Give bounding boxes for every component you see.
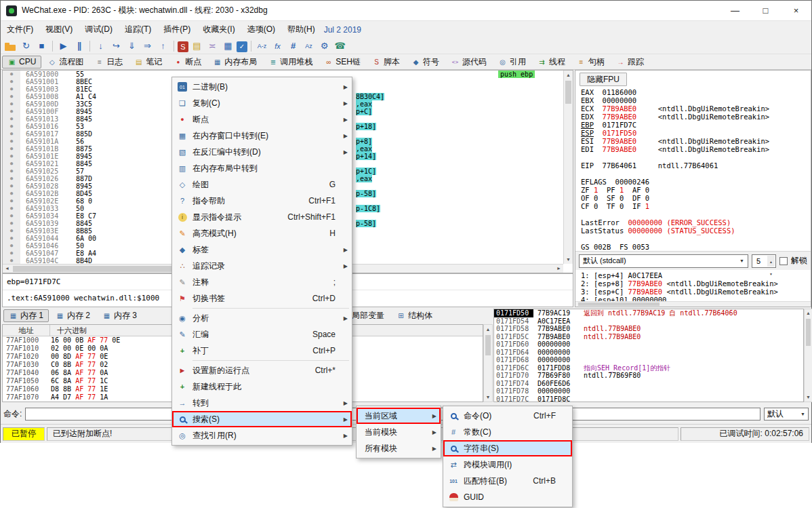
stop-icon[interactable]: ■ bbox=[35, 39, 49, 53]
breakpoint-gutter[interactable]: ● bbox=[3, 175, 20, 182]
breakpoint-gutter[interactable]: ● bbox=[3, 160, 20, 168]
scroll-up-arrow[interactable]: ▲ bbox=[564, 71, 573, 79]
scroll-down-arrow[interactable]: ▼ bbox=[564, 255, 573, 264]
breakpoint-gutter[interactable]: ● bbox=[3, 197, 20, 205]
breakpoint-gutter[interactable]: ● bbox=[3, 78, 20, 85]
stack-row[interactable]: 0171FD60 00000000 bbox=[494, 340, 803, 349]
tab-SEH链[interactable]: ∞SEH链 bbox=[319, 56, 366, 69]
maximize-button[interactable]: □ bbox=[750, 1, 781, 21]
scroll-up-arrow[interactable]: ▲ bbox=[805, 309, 812, 317]
menu-item-二进制B[interactable]: 01二进制(B)▶ bbox=[172, 79, 352, 95]
menu-item-指令帮助[interactable]: ?指令帮助Ctrl+F1 bbox=[172, 193, 352, 209]
minimize-button[interactable]: — bbox=[720, 1, 750, 21]
menubar-item-5[interactable]: 插件(P) bbox=[157, 21, 197, 38]
stack-row[interactable]: 0171FD68 00000000 bbox=[494, 356, 803, 364]
breakpoint-gutter[interactable]: ● bbox=[3, 85, 20, 93]
scroll-down-arrow[interactable]: ▼ bbox=[805, 393, 812, 402]
restart-icon[interactable]: ↻ bbox=[19, 39, 33, 53]
tab-内存 1[interactable]: ▦内存 1 bbox=[3, 309, 49, 322]
menu-item-绘图[interactable]: ◇绘图G bbox=[172, 176, 352, 193]
menubar-item-8[interactable]: 帮助(H) bbox=[281, 21, 321, 38]
stack-vertical-scrollbar[interactable]: ▲ ▼ bbox=[804, 309, 812, 402]
stack-row[interactable]: 0171FD70 77B69F80 ntdll.77B69F80 bbox=[494, 372, 803, 380]
breakpoint-gutter[interactable]: ● bbox=[3, 100, 20, 108]
menu-item-切换书签[interactable]: ⚑切换书签Ctrl+D bbox=[172, 290, 352, 307]
breakpoint-gutter[interactable]: ● bbox=[3, 182, 20, 190]
menubar-item-6[interactable]: 收藏夹(I) bbox=[197, 21, 241, 38]
tab-线程[interactable]: ⇉线程 bbox=[532, 56, 571, 69]
menu-item-高亮模式H[interactable]: ✎高亮模式(H)H bbox=[172, 225, 352, 241]
menu-item-补丁[interactable]: +补丁Ctrl+P bbox=[172, 343, 352, 359]
notes-icon[interactable]: ▤ bbox=[190, 39, 204, 53]
tab-内存 2[interactable]: ▦内存 2 bbox=[50, 309, 96, 322]
tab-内存布局[interactable]: ▦内存布局 bbox=[207, 56, 262, 69]
step-over-icon[interactable]: ↪ bbox=[109, 39, 123, 53]
stack-row[interactable]: 0171FD74 D60FE6D6 bbox=[494, 380, 803, 388]
scroll-down-arrow[interactable]: ▼ bbox=[484, 393, 492, 402]
stack-row[interactable]: 0171FD6C 0171FDD8 指向SEH_Record[1]的指针 bbox=[494, 364, 803, 372]
menu-item-GUID[interactable]: GUID bbox=[443, 489, 572, 505]
compare-icon[interactable]: ≍ bbox=[205, 39, 220, 53]
breakpoint-gutter[interactable]: ● bbox=[3, 220, 20, 227]
menu-item-当前区域[interactable]: 当前区域▶ bbox=[357, 408, 441, 424]
scrollbar-thumb[interactable] bbox=[578, 302, 659, 306]
breakpoint-gutter[interactable]: ● bbox=[3, 212, 20, 220]
tab-跟踪[interactable]: →跟踪 bbox=[611, 56, 649, 69]
menu-item-注释[interactable]: ✎注释; bbox=[172, 274, 352, 290]
scrollbar-thumb[interactable] bbox=[485, 335, 491, 355]
menu-item-在反汇编中转到D[interactable]: ▧在反汇编中转到(D)▶ bbox=[172, 144, 352, 160]
seh-chain-icon[interactable]: ✓ bbox=[237, 41, 247, 52]
trace-into-icon[interactable]: ⇓ bbox=[125, 39, 139, 53]
stack-row[interactable]: 0171FD54 A0C17EEA bbox=[494, 317, 803, 326]
menu-item-汇编[interactable]: ✎汇编Space bbox=[172, 326, 352, 343]
tab-结构体[interactable]: ⊞结构体 bbox=[391, 309, 438, 322]
menu-item-断点[interactable]: ●断点▶ bbox=[172, 111, 352, 128]
calculator-icon[interactable]: fx bbox=[270, 39, 285, 53]
breakpoint-gutter[interactable]: ● bbox=[3, 115, 20, 123]
breakpoint-gutter[interactable]: ● bbox=[3, 190, 20, 197]
menu-item-字符串S[interactable]: 字符串(S) bbox=[443, 440, 572, 456]
pause-icon[interactable]: ∥ bbox=[72, 39, 86, 53]
stack-row[interactable]: 0171FD50 77B9AC19 返回到 ntdll.77B9AC19 自 n… bbox=[494, 309, 803, 317]
menu-item-所有模块[interactable]: 所有模块▶ bbox=[357, 440, 441, 456]
menu-item-标签[interactable]: ◆标签▶ bbox=[172, 241, 352, 258]
run-icon[interactable]: ▶ bbox=[56, 39, 70, 53]
registers-horizontal-scrollbar[interactable] bbox=[575, 301, 811, 307]
breakpoint-gutter[interactable]: ● bbox=[3, 227, 20, 235]
tab-笔记[interactable]: ▤笔记 bbox=[129, 56, 167, 69]
menubar-item-4[interactable]: 追踪(T) bbox=[119, 21, 157, 38]
hide-fpu-button[interactable]: 隐藏FPU bbox=[580, 73, 627, 86]
menu-item-新建线程于此[interactable]: +新建线程于此 bbox=[172, 378, 352, 395]
breakpoint-gutter[interactable]: ● bbox=[3, 168, 20, 175]
stack-row[interactable]: 0171FD58 77B9ABE0 ntdll.77B9ABE0 bbox=[494, 325, 803, 333]
close-button[interactable]: × bbox=[781, 1, 811, 21]
breakpoint-gutter[interactable]: ● bbox=[3, 205, 20, 212]
stack-row[interactable]: 0171FD5C 77B9ABE0 ntdll.77B9ABE0 bbox=[494, 333, 803, 341]
scrollbar-thumb[interactable] bbox=[806, 319, 811, 346]
stepper-arrows[interactable]: ▲▼ bbox=[767, 256, 775, 267]
stack-row[interactable]: 0171FD64 00000000 bbox=[494, 349, 803, 357]
tab-引用[interactable]: ◎引用 bbox=[493, 56, 531, 69]
command-profile-select[interactable]: 默认 ▼ bbox=[764, 408, 809, 421]
menu-item-追踪记录[interactable]: ∴追踪记录▶ bbox=[172, 258, 352, 274]
step-into-icon[interactable]: ↓ bbox=[94, 39, 108, 53]
menu-item-查找引用R[interactable]: ◎查找引用(R)▶ bbox=[172, 427, 352, 444]
attach-icon[interactable]: ☎ bbox=[333, 39, 347, 53]
stepper-up-icon[interactable]: ▲ bbox=[769, 256, 773, 268]
menu-item-当前模块[interactable]: 当前模块▶ bbox=[357, 424, 441, 440]
argument-count-stepper[interactable]: 5 ▲▼ bbox=[752, 254, 776, 268]
run-to-return-icon[interactable]: ↑ bbox=[156, 39, 170, 53]
breakpoint-gutter[interactable]: ● bbox=[3, 257, 20, 264]
tab-日志[interactable]: ≡日志 bbox=[89, 56, 128, 69]
breakpoint-gutter[interactable]: ● bbox=[3, 130, 20, 138]
settings-icon[interactable]: ⚙ bbox=[317, 39, 331, 53]
assembler-icon[interactable]: Az bbox=[302, 39, 316, 53]
preferences-appearance-icon[interactable]: A-z bbox=[255, 39, 269, 53]
breakpoint-gutter[interactable]: ● bbox=[3, 145, 20, 153]
menu-item-匹配特征B[interactable]: 101匹配特征(B)Ctrl+B bbox=[443, 473, 572, 489]
tab-内存 3[interactable]: ▦内存 3 bbox=[97, 309, 142, 322]
stack-row[interactable]: 0171FD78 00000000 bbox=[494, 387, 803, 395]
menu-item-跨模块调用I[interactable]: ⇄跨模块调用(I) bbox=[443, 456, 572, 473]
breakpoint-gutter[interactable]: ● bbox=[3, 123, 20, 130]
breakpoint-gutter[interactable]: ● bbox=[3, 242, 20, 250]
